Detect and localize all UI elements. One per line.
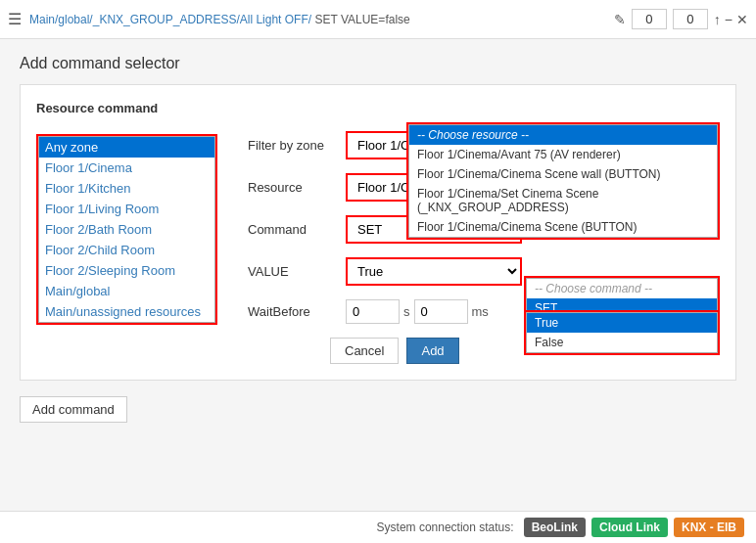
resource-popup-item[interactable]: Floor 1/Cinema/Set Cinema Scene (_KNX_GR… [409, 184, 717, 217]
zone-list-item[interactable]: Main/global [39, 281, 214, 301]
waitbefore-ms-input[interactable] [414, 299, 468, 324]
value-options-list: TrueFalse [526, 312, 718, 353]
zone-list-item[interactable]: Floor 2/Sleeping Room [39, 260, 214, 281]
arrow-up-icon[interactable]: ↑ [714, 12, 721, 27]
minus-icon[interactable]: − [725, 12, 732, 27]
zone-list-container: Any zoneFloor 1/CinemaFloor 1/KitchenFlo… [36, 134, 217, 325]
waitbefore-label: WaitBefore [248, 304, 346, 319]
resource-label: Resource [248, 180, 346, 195]
set-value-label: SET VALUE=false [314, 13, 409, 26]
panel-label: Resource command [36, 101, 720, 115]
zone-list-item[interactable]: Main/unassigned resources [39, 301, 214, 322]
main-content: Add command selector Resource command An… [0, 39, 756, 438]
resource-dropdown-popup: -- Choose resource --Floor 1/Cinema/Avan… [406, 122, 720, 240]
zone-list-item[interactable]: Floor 1/Living Room [39, 199, 214, 219]
value-label: VALUE [248, 264, 346, 279]
resource-popup-item[interactable]: Floor 1/Cinema/Cinema Scene (BUTTON) [409, 217, 717, 237]
top-bar: ☰ Main/global/_KNX_GROUP_ADDRESS/All Lig… [0, 0, 756, 39]
resource-popup-item[interactable]: Floor 1/Cinema/Cinema Scene wall (BUTTON… [409, 164, 717, 184]
resource-popup-item[interactable]: Floor 1/Cinema/Avant 75 (AV renderer) [409, 145, 717, 164]
value-popup-item[interactable]: False [527, 333, 717, 352]
counter-1: 0 [632, 9, 667, 29]
value-dropdown-popup: TrueFalse [524, 310, 720, 355]
add-button[interactable]: Add [406, 338, 458, 364]
edit-icon[interactable]: ✎ [614, 12, 626, 27]
zone-list-item[interactable]: Floor 2/Child Room [39, 240, 214, 260]
add-command-button[interactable]: Add command [20, 396, 127, 423]
section-title: Add command selector [20, 55, 736, 72]
resource-popup-item[interactable]: -- Choose resource -- [409, 125, 717, 145]
add-command-section: Add command [20, 396, 736, 423]
zone-list-item[interactable]: Floor 2/Bath Room [39, 219, 214, 240]
counter-2: 0 [673, 9, 708, 29]
zone-list-item[interactable]: Floor 1/Kitchen [39, 178, 214, 199]
zone-list: Any zoneFloor 1/CinemaFloor 1/KitchenFlo… [38, 136, 215, 323]
ms-unit: ms [472, 304, 489, 319]
value-popup-item[interactable]: True [527, 313, 717, 333]
s-unit: s [403, 304, 410, 319]
close-icon[interactable]: ✕ [736, 12, 748, 27]
waitbefore-s-input[interactable] [346, 299, 400, 324]
command-panel: Resource command Any zoneFloor 1/CinemaF… [20, 84, 736, 381]
cancel-button[interactable]: Cancel [330, 338, 399, 364]
value-select[interactable]: TrueFalse [346, 257, 522, 286]
filter-by-zone-label: Filter by zone [248, 138, 346, 153]
top-bar-icons: ✎ 0 0 ↑ − ✕ [614, 9, 748, 29]
resource-options-list: -- Choose resource --Floor 1/Cinema/Avan… [408, 124, 718, 238]
command-label: Command [248, 222, 346, 237]
arrow-buttons: ↑ − ✕ [714, 12, 748, 27]
breadcrumb-path[interactable]: Main/global/_KNX_GROUP_ADDRESS/All Light… [29, 13, 311, 26]
zone-list-item[interactable]: Any zone [39, 137, 214, 158]
breadcrumb: Main/global/_KNX_GROUP_ADDRESS/All Light… [29, 13, 614, 26]
hamburger-icon[interactable]: ☰ [8, 10, 22, 28]
zone-list-item[interactable]: Floor 1/Cinema [39, 158, 214, 178]
command-popup-item[interactable]: -- Choose command -- [527, 279, 717, 298]
